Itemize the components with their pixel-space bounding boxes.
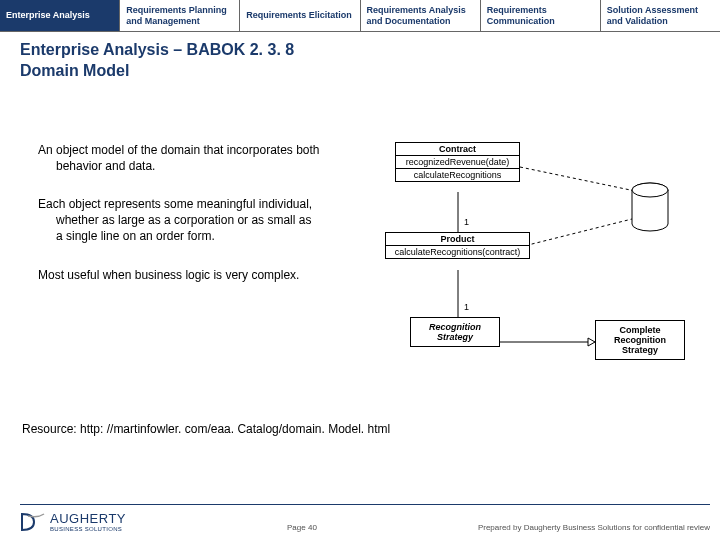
body-row: An object model of the domain that incor… — [20, 142, 700, 402]
uml-product-box: Product calculateRecognitions(contract) — [385, 232, 530, 259]
company-logo: AUGHERTY BUSINESS SOLUTIONS — [20, 511, 126, 532]
uml-contract-box: Contract recognizedRevenue(date) calcula… — [395, 142, 520, 182]
uml-contract-title: Contract — [396, 143, 519, 156]
svg-point-6 — [632, 183, 668, 197]
logo-mark-icon — [20, 512, 46, 532]
title-line-1: Enterprise Analysis – BABOK 2. 3. 8 — [20, 41, 294, 58]
tab-label: Enterprise Analysis — [6, 10, 90, 21]
tab-enterprise-analysis[interactable]: Enterprise Analysis — [0, 0, 120, 31]
database-icon — [630, 182, 670, 232]
tab-requirements-analysis[interactable]: Requirements Analysis and Documentation — [361, 0, 481, 31]
tab-label: Requirements Planning and Management — [126, 5, 233, 27]
tab-label: Solution Assessment and Validation — [607, 5, 714, 27]
tab-requirements-communication[interactable]: Requirements Communication — [481, 0, 601, 31]
tab-label: Requirements Communication — [487, 5, 594, 27]
slide-footer: AUGHERTY BUSINESS SOLUTIONS Page 40 Prep… — [20, 504, 710, 532]
diagram-column: Contract recognizedRevenue(date) calcula… — [340, 142, 700, 402]
logo-subtitle: BUSINESS SOLUTIONS — [50, 526, 126, 532]
paragraph-1: An object model of the domain that incor… — [20, 142, 320, 174]
uml-complete-recognition-box: Complete Recognition Strategy — [595, 320, 685, 360]
multiplicity-2: 1 — [464, 302, 469, 312]
paragraph-2: Each object represents some meaningful i… — [20, 196, 320, 245]
uml-recognition-box: Recognition Strategy — [410, 317, 500, 347]
uml-product-title: Product — [386, 233, 529, 246]
tab-label: Requirements Analysis and Documentation — [367, 5, 474, 27]
tab-requirements-elicitation[interactable]: Requirements Elicitation — [240, 0, 360, 31]
text-column: An object model of the domain that incor… — [20, 142, 320, 402]
uml-complete-title: Complete Recognition Strategy — [598, 325, 682, 355]
footer-confidential: Prepared by Daugherty Business Solutions… — [478, 523, 710, 532]
uml-contract-method-1: recognizedRevenue(date) — [396, 156, 519, 169]
diagram-connectors — [340, 142, 700, 402]
nav-tabs: Enterprise Analysis Requirements Plannin… — [0, 0, 720, 32]
tab-solution-assessment[interactable]: Solution Assessment and Validation — [601, 0, 720, 31]
uml-product-method-1: calculateRecognitions(contract) — [386, 246, 529, 258]
slide-content: Enterprise Analysis – BABOK 2. 3. 8 Doma… — [0, 32, 720, 436]
resource-link: Resource: http: //martinfowler. com/eaa.… — [22, 422, 700, 436]
paragraph-3: Most useful when business logic is very … — [20, 267, 320, 283]
svg-line-2 — [520, 167, 640, 192]
logo-text: AUGHERTY — [50, 511, 126, 526]
tab-label: Requirements Elicitation — [246, 10, 352, 21]
title-line-2: Domain Model — [20, 62, 129, 79]
uml-diagram: Contract recognizedRevenue(date) calcula… — [340, 142, 700, 402]
uml-contract-method-2: calculateRecognitions — [396, 169, 519, 181]
tab-requirements-planning[interactable]: Requirements Planning and Management — [120, 0, 240, 31]
page-number: Page 40 — [287, 523, 317, 532]
multiplicity-1: 1 — [464, 217, 469, 227]
svg-line-3 — [520, 217, 640, 247]
slide-title: Enterprise Analysis – BABOK 2. 3. 8 Doma… — [20, 40, 700, 82]
uml-recognition-title: Recognition Strategy — [413, 322, 497, 342]
